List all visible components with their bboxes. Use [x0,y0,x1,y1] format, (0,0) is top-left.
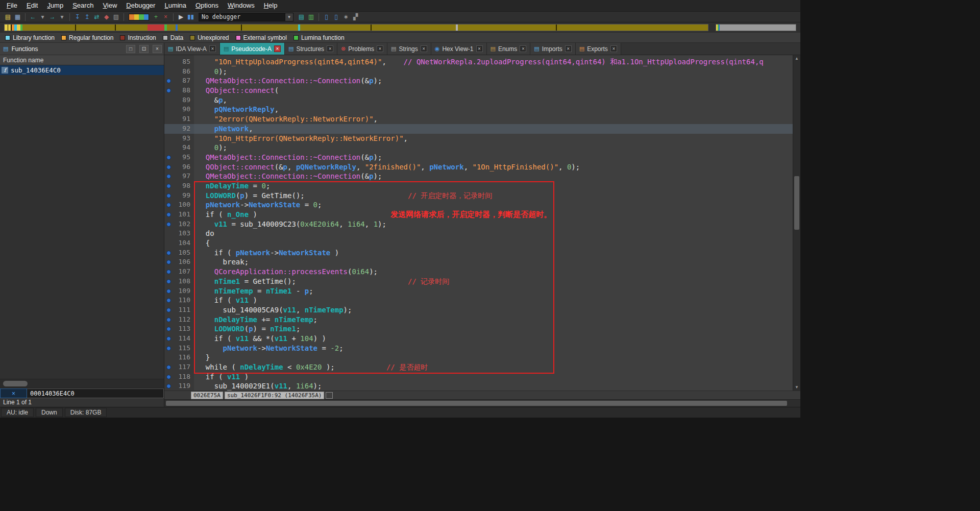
tab-close-button[interactable]: × [377,45,383,52]
code-line[interactable]: 115 pNetwork->NetworkState = -2; [164,344,800,353]
code-line[interactable]: 97 QMetaObject::Connection::~Connection(… [164,172,800,181]
code-line[interactable]: 117 while ( nDelayTime < 0x4E20 ); // 是否… [164,362,800,372]
code-line[interactable]: 94 0); [164,143,800,153]
cross-references-icon[interactable]: ⇄ [92,12,102,21]
code-line[interactable]: 101 if ( n_One ) 发送网络请求后，开启定时器，判断是否超时。 [164,210,800,220]
code-line[interactable]: 119 sub_1400029E1(v11, 1i64); [164,381,800,391]
menu-debugger[interactable]: Debugger [121,0,160,11]
tab-close-button[interactable]: × [476,45,483,52]
menu-file[interactable]: File [2,0,22,11]
menu-options[interactable]: Options [191,0,223,11]
tab-structures[interactable]: ▤Structures× [285,43,337,55]
misc-tool-icon[interactable]: ▞ [351,12,360,21]
code-line[interactable]: 106 break; [164,257,800,267]
functions-hscroll-thumb[interactable] [3,381,28,386]
code-line[interactable]: 109 nTimeTemp = nTime1 - p; [164,286,800,296]
step-over-icon[interactable]: ▥ [306,12,316,21]
debugger-selector-combo[interactable]: No debugger ▾ [199,13,293,21]
colors-strip-icon[interactable] [129,14,149,20]
tab-hex-view-1[interactable]: ◉Hex View-1× [431,43,487,55]
menu-help[interactable]: Help [259,0,282,11]
back-history-dropdown-icon[interactable]: ▾ [38,12,47,21]
code-line[interactable]: 98 nDelayTime = 0; [164,181,800,191]
code-vscrollbar[interactable]: ▲ ▼ [793,55,800,391]
combo-dropdown-icon[interactable]: ▾ [285,13,293,21]
bookmark-icon[interactable]: ◆ [102,12,111,21]
restore-panel-button[interactable]: □ [126,45,135,53]
code-line[interactable]: 102 v11 = sub_140009C23(0x4E20i64, 1i64,… [164,220,800,229]
code-line[interactable]: 95 QMetaObject::Connection::~Connection(… [164,153,800,162]
patterns-icon[interactable]: ▨ [111,12,121,21]
code-line[interactable]: 111 sub_140005CA9(v11, nTimeTemp); [164,305,800,315]
code-line[interactable]: 88 QObject::connect( [164,86,800,95]
functions-hscrollbar[interactable] [0,379,164,388]
tab-imports[interactable]: ▤Imports× [530,43,575,55]
navigation-band[interactable] [4,24,708,31]
code-line[interactable]: 93 "1On_HttpError(QNetworkReply::Network… [164,134,800,143]
menu-jump[interactable]: Jump [42,0,68,11]
delete-icon[interactable]: × [161,12,170,21]
tab-close-button[interactable]: × [421,45,427,52]
code-line[interactable]: 96 QObject::connect(&p, pQNetworkReply, … [164,162,800,172]
dock-panel-button[interactable]: ⊡ [139,45,149,53]
pause-process-icon[interactable]: ▮▮ [186,12,195,21]
tab-exports[interactable]: ▤Exports× [576,43,621,55]
code-line[interactable]: 91 "2error(QNetworkReply::NetworkError)"… [164,114,800,124]
navigation-band-overview[interactable] [716,24,796,31]
step-into-icon[interactable]: ▤ [297,12,306,21]
tab-strings[interactable]: ▤Strings× [387,43,431,55]
code-line[interactable]: 89 &p, [164,95,800,105]
jump-function-icon[interactable]: ↥ [82,12,92,21]
scroll-up-icon[interactable]: ▲ [793,56,800,61]
code-line[interactable]: 100 pNetwork->NetworkState = 0; [164,200,800,210]
vscroll-thumb[interactable] [794,176,799,230]
code-line[interactable]: 103 do [164,229,800,238]
tab-close-button[interactable]: × [327,45,333,52]
code-line[interactable]: 92 pNetwork, [164,124,800,134]
code-hscrollbar[interactable] [164,399,800,407]
hscroll-thumb[interactable] [166,401,787,406]
tab-pseudocode-a[interactable]: ▤Pseudocode-A× [220,43,285,55]
address-field[interactable]: 00014036E4C0 [27,388,164,398]
menu-search[interactable]: Search [68,0,98,11]
code-line[interactable]: 90 pQNetworkReply, [164,105,800,114]
new-file-icon[interactable]: ▤ [3,12,13,21]
code-line[interactable]: 87 QMetaObject::Connection::~Connection(… [164,76,800,86]
menu-view[interactable]: View [98,0,121,11]
code-line[interactable]: 118 if ( v11 ) [164,372,800,382]
code-line[interactable]: 99 LODWORD(p) = GetTime(); // 开启定时器，记录时间 [164,191,800,201]
code-line[interactable]: 105 if ( pNetwork->NetworkState ) [164,248,800,258]
options-icon[interactable]: ∗ [341,12,351,21]
code-line[interactable]: 108 nTime1 = GetTime(); // 记录时间 [164,277,800,286]
menu-lumina[interactable]: Lumina [160,0,191,11]
function-list-item[interactable]: fsub_14036E4C0 [0,65,164,75]
pseudocode-view[interactable]: 85 "1On_HttpUploadProgress(qint64,qint64… [164,55,800,391]
code-line[interactable]: 112 nDelayTime += nTimeTemp; [164,315,800,325]
debug-windows-icon[interactable]: ▯ [322,12,331,21]
tab-close-button[interactable]: × [565,45,572,52]
navigate-forward-icon[interactable]: → [47,12,57,21]
code-line[interactable]: 104 { [164,238,800,248]
code-line[interactable]: 113 LODWORD(p) = nTime1; [164,324,800,334]
scroll-down-icon[interactable]: ▼ [793,385,800,390]
code-line[interactable]: 86 0); [164,67,800,77]
function-name-column-header[interactable]: Function name [0,55,164,65]
tab-close-button[interactable]: × [274,45,281,52]
code-line[interactable]: 110 if ( v11 ) [164,296,800,305]
tab-close-button[interactable]: × [209,45,216,52]
code-line[interactable]: 85 "1On_HttpUploadProgress(qint64,qint64… [164,57,800,67]
code-line[interactable]: 114 if ( v11 && *(v11 + 104) ) [164,334,800,344]
jump-address-icon[interactable]: ↧ [72,12,82,21]
start-process-icon[interactable]: ▶ [176,12,186,21]
navigate-back-icon[interactable]: ← [28,12,38,21]
code-line[interactable]: 116 } [164,353,800,362]
save-icon[interactable]: ▦ [13,12,22,21]
menu-edit[interactable]: Edit [22,0,42,11]
forward-history-dropdown-icon[interactable]: ▾ [57,12,67,21]
add-breakpoint-icon[interactable]: + [151,12,161,21]
module-windows-icon[interactable]: ▯ [331,12,341,21]
close-panel-button[interactable]: × [153,45,162,53]
code-line[interactable]: 107 QCoreApplication::processEvents(0i64… [164,267,800,277]
tab-close-button[interactable]: × [610,45,617,52]
tab-close-button[interactable]: × [520,45,526,52]
